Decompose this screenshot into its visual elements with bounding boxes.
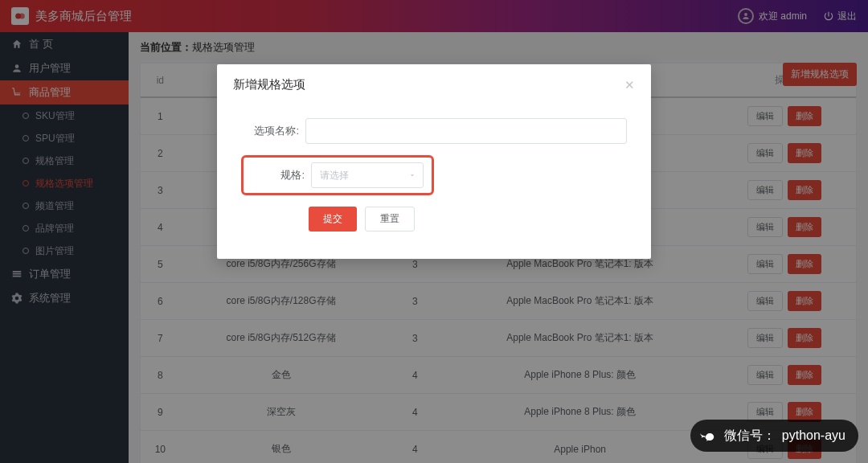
label-spec: 规格:	[247, 168, 311, 182]
spec-select[interactable]: 请选择	[311, 162, 424, 188]
add-spec-option-dialog: 新增规格选项 ✕ 选项名称: 规格: 请选择 提交 重置	[217, 64, 651, 259]
dialog-title: 新增规格选项	[233, 77, 305, 92]
spec-field-highlight: 规格: 请选择	[241, 155, 434, 195]
wechat-icon	[698, 426, 718, 445]
wechat-label: 微信号：	[724, 428, 776, 445]
label-option-name: 选项名称:	[241, 124, 305, 138]
select-placeholder: 请选择	[320, 169, 349, 182]
reset-button[interactable]: 重置	[365, 207, 415, 232]
wechat-badge: 微信号： python-ayu	[690, 420, 858, 452]
submit-button[interactable]: 提交	[309, 207, 357, 232]
chevron-down-icon	[408, 171, 416, 179]
option-name-input[interactable]	[305, 118, 627, 144]
dialog-close-button[interactable]: ✕	[624, 78, 635, 92]
wechat-id: python-ayu	[782, 428, 845, 443]
